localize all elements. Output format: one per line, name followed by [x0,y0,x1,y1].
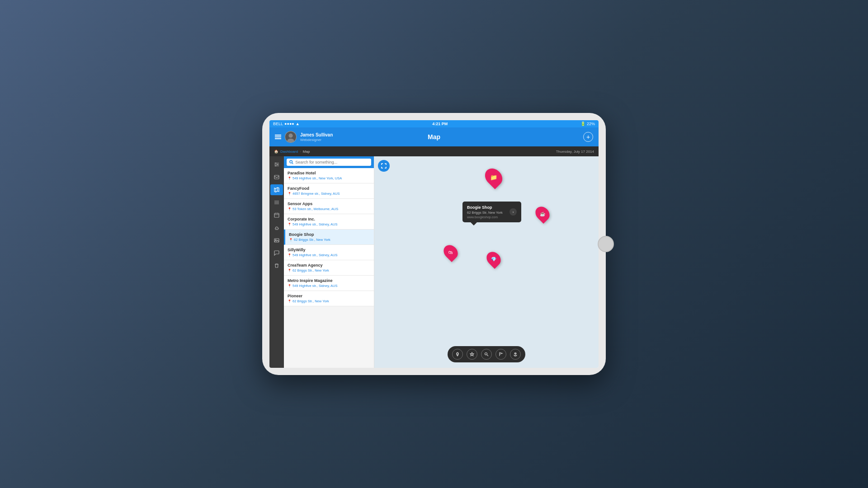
breadcrumb-sep: › [300,150,301,154]
signal-icon: ●●●● [284,122,294,126]
svg-point-0 [288,134,292,138]
add-button[interactable]: + [583,132,593,142]
list-item[interactable]: Metro Inspire Magazine 📍 549 Highfive st… [284,276,374,291]
map-pin-coffee[interactable]: ☕ [536,206,549,221]
sidebar-item-trash[interactable] [270,260,283,271]
ipad-screen: BELL ●●●● ▲ 4:21 PM 🔋 22% [269,120,599,368]
toolbar-flag-button[interactable] [495,349,506,360]
user-role: Webdesigner [300,138,333,142]
map-pin-diamond[interactable]: 💎 [487,251,500,267]
svg-point-5 [275,163,276,164]
breadcrumb-date: Thuesday, July 17 2014 [556,150,594,154]
map-pin-shop[interactable]: 🛍 [444,244,457,260]
hamburger-menu-button[interactable] [275,135,281,139]
sidebar-item-inbox[interactable] [270,172,283,183]
status-bar: BELL ●●●● ▲ 4:21 PM 🔋 22% [269,120,599,127]
svg-point-1 [288,139,294,143]
svg-rect-15 [274,213,279,217]
toolbar-location-button[interactable] [452,349,463,360]
sidebar-item-list[interactable] [270,197,283,208]
svg-point-6 [277,164,278,165]
list-item[interactable]: Corporate Inc. 📍 549 Highfive str., Sidn… [284,214,374,230]
svg-point-7 [275,165,276,166]
map-expand-button[interactable] [378,160,390,172]
carrier-text: BELL [273,122,283,126]
app-header: James Sullivan Webdesigner Map + [269,127,599,146]
map-pin-folder[interactable]: 📁 [486,168,501,187]
list-item-active[interactable]: Boogie Shop 📍 62 Briggs Str., New York [284,230,374,245]
list-items: Paradise Hotel 📍 549 Highfive str., New … [284,168,374,368]
list-item[interactable]: CreaTeam Agency 📍 62 Briggs Str., New Yo… [284,260,374,276]
search-input[interactable] [295,160,368,164]
search-bar [284,156,374,168]
popup-url: www.boogieshop.com [467,216,509,219]
wifi-icon: ▲ [296,122,300,126]
breadcrumb-home[interactable]: Dashboard [280,150,298,154]
sidebar-icons [269,156,284,368]
svg-line-26 [292,163,293,164]
map-toolbar [448,346,525,362]
breadcrumb-current: Map [303,150,310,154]
list-item[interactable]: SillyWilly 📍 549 Highfive str., Sidney, … [284,245,374,260]
toolbar-search-button[interactable] [481,349,492,360]
time-display: 4:21 PM [432,122,448,126]
svg-line-30 [487,355,489,357]
ipad-home-button[interactable] [598,236,614,252]
list-item[interactable]: FancyFood 📍 4657 Bringme str., Sidney, A… [284,183,374,199]
list-item[interactable]: Paradise Hotel 📍 549 Highfive str., New … [284,168,374,183]
popup-address: 62 Briggs Str, New York [467,211,509,215]
map-area: Boogie Shop 62 Briggs Str, New York www.… [374,156,599,368]
breadcrumb-bar: 🏠 Dashboard › Map Thuesday, July 17 2014 [269,146,599,156]
svg-marker-28 [470,352,474,356]
ipad-frame: BELL ●●●● ▲ 4:21 PM 🔋 22% [262,113,606,375]
sidebar-item-calendar[interactable] [270,210,283,221]
main-content: Paradise Hotel 📍 549 Highfive str., New … [269,156,599,368]
search-icon [289,160,293,164]
svg-point-25 [290,160,292,163]
popup-name: Boogie Shop [467,205,509,210]
toolbar-favorites-button[interactable] [467,349,477,360]
battery-text: 22% [587,122,595,126]
sidebar-item-weather[interactable] [270,222,283,233]
list-item[interactable]: Sensor Apps 📍 53 Token str., Melbourne, … [284,199,374,214]
home-icon: 🏠 [274,150,278,154]
avatar [285,131,297,143]
sidebar-item-map[interactable] [270,184,283,195]
battery-icon: 🔋 [580,122,585,126]
popup-arrow-button[interactable]: › [509,208,517,216]
svg-marker-9 [274,188,279,192]
page-title: Map [428,133,440,141]
svg-point-29 [485,353,487,355]
toolbar-anchor-button[interactable] [510,349,521,360]
sidebar-item-chat[interactable] [270,248,283,258]
svg-rect-8 [274,175,279,179]
list-item[interactable]: Pioneer 📍 62 Briggs Str., New York [284,291,374,306]
list-panel: Paradise Hotel 📍 549 Highfive str., New … [284,156,374,368]
sidebar-item-gallery[interactable] [270,235,283,246]
map-popup[interactable]: Boogie Shop 62 Briggs Str, New York www.… [462,202,521,222]
sidebar-item-filters[interactable] [270,159,283,170]
user-name: James Sullivan [300,132,333,138]
